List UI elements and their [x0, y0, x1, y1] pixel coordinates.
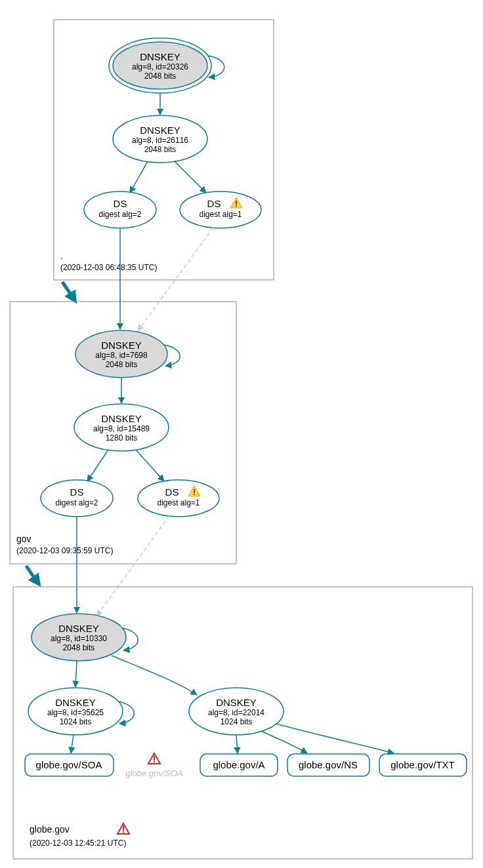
- gov-zsk-node: DNSKEY alg=8, id=15489 1280 bits: [74, 404, 169, 451]
- gov-ksk-node: DNSKEY alg=8, id=7698 2048 bits: [75, 330, 167, 378]
- svg-text:2048 bits: 2048 bits: [144, 145, 177, 154]
- error-icon: [148, 753, 160, 764]
- zone-root-label: .: [60, 250, 63, 261]
- svg-text:digest alg=1: digest alg=1: [199, 210, 242, 219]
- globe-zsk1-node: DNSKEY alg=8, id=35625 1024 bits: [28, 688, 123, 735]
- root-ds2-node: DS digest alg=1: [180, 191, 261, 228]
- zone-gov-label: gov: [16, 534, 32, 544]
- edge-root-ds2-to-gov-ksk: [138, 227, 213, 331]
- svg-text:alg=8, id=35625: alg=8, id=35625: [47, 708, 104, 717]
- rrset-ns: globe.gov/NS: [287, 754, 369, 776]
- rrset-soa: globe.gov/SOA: [25, 754, 114, 776]
- edge-gov-zsk-to-ds1: [87, 450, 108, 481]
- svg-text:globe.gov/A: globe.gov/A: [213, 759, 264, 770]
- dnssec-graph: . (2020-12-03 06:48:35 UTC) DNSKEY alg=8…: [0, 0, 483, 868]
- edge-zsk2-to-a: [236, 735, 238, 753]
- svg-text:alg=8, id=20326: alg=8, id=20326: [132, 62, 188, 71]
- edge-root-zsk-to-ds2: [175, 161, 206, 193]
- svg-text:1024 bits: 1024 bits: [60, 717, 92, 726]
- gov-ds1-node: DS digest alg=2: [41, 480, 113, 517]
- svg-text:digest alg=1: digest alg=1: [157, 498, 200, 507]
- edge-globe-ksk-to-zsk1: [75, 661, 77, 687]
- rrset-soa-bogus: globe.gov/SOA: [125, 753, 182, 778]
- edge-zsk1-to-soa: [71, 735, 74, 753]
- svg-text:alg=8, id=22014: alg=8, id=22014: [208, 708, 264, 717]
- svg-text:globe.gov/TXT: globe.gov/TXT: [390, 759, 455, 770]
- svg-text:DNSKEY: DNSKEY: [140, 51, 180, 62]
- edge-root-zsk-to-ds1: [130, 161, 148, 193]
- svg-text:DS: DS: [70, 486, 84, 498]
- edge-zsk2-to-txt: [276, 724, 394, 753]
- svg-text:2048 bits: 2048 bits: [106, 360, 138, 369]
- edge-gov-to-globe-zone: [26, 566, 39, 585]
- svg-text:alg=8, id=15489: alg=8, id=15489: [93, 424, 150, 433]
- root-ds1-node: DS digest alg=2: [84, 191, 156, 228]
- svg-text:DS: DS: [165, 486, 179, 498]
- root-zsk-node: DNSKEY alg=8, id=26116 2048 bits: [113, 115, 207, 163]
- edge-gov-zsk-to-ds2: [136, 450, 164, 481]
- edge-zsk2-to-ns: [261, 731, 307, 753]
- svg-text:globe.gov/NS: globe.gov/NS: [299, 759, 358, 770]
- svg-text:DNSKEY: DNSKEY: [55, 697, 96, 708]
- edge-globe-ksk-to-zsk2: [112, 656, 197, 695]
- svg-text:DS: DS: [207, 198, 221, 209]
- globe-ksk-node: DNSKEY alg=8, id=10330 2048 bits: [32, 614, 126, 661]
- zone-gov: gov (2020-12-03 09:35:59 UTC) DNSKEY alg…: [10, 302, 236, 564]
- zone-gov-time: (2020-12-03 09:35:59 UTC): [16, 546, 113, 555]
- svg-text:globe.gov/SOA: globe.gov/SOA: [125, 768, 182, 778]
- root-ksk-node: DNSKEY alg=8, id=20326 2048 bits: [109, 38, 211, 93]
- svg-text:DNSKEY: DNSKEY: [216, 697, 257, 708]
- svg-text:alg=8, id=7698: alg=8, id=7698: [95, 351, 148, 360]
- svg-text:1280 bits: 1280 bits: [106, 433, 138, 443]
- rrset-a: globe.gov/A: [200, 754, 278, 776]
- edge-gov-ds2-to-globe-ksk: [96, 516, 169, 616]
- svg-text:DNSKEY: DNSKEY: [58, 623, 99, 634]
- zone-root-time: (2020-12-03 06:48:35 UTC): [60, 263, 157, 272]
- svg-text:1024 bits: 1024 bits: [220, 717, 253, 726]
- svg-text:globe.gov/SOA: globe.gov/SOA: [36, 759, 102, 770]
- edge-root-to-gov-zone: [62, 282, 75, 302]
- zone-root: . (2020-12-03 06:48:35 UTC) DNSKEY alg=8…: [54, 20, 274, 280]
- svg-text:digest alg=2: digest alg=2: [98, 210, 141, 219]
- svg-text:2048 bits: 2048 bits: [63, 643, 95, 652]
- svg-text:alg=8, id=10330: alg=8, id=10330: [51, 634, 107, 643]
- svg-text:DS: DS: [114, 198, 127, 209]
- svg-text:digest alg=2: digest alg=2: [55, 498, 98, 507]
- svg-text:DNSKEY: DNSKEY: [101, 413, 142, 424]
- svg-text:2048 bits: 2048 bits: [144, 71, 177, 81]
- zone-globe-time: (2020-12-03 12:45:21 UTC): [30, 838, 126, 848]
- rrset-txt: globe.gov/TXT: [379, 754, 467, 776]
- error-icon: [117, 823, 129, 834]
- svg-text:DNSKEY: DNSKEY: [101, 340, 142, 351]
- zone-globe: globe.gov (2020-12-03 12:45:21 UTC) DNSK…: [13, 587, 472, 859]
- svg-text:DNSKEY: DNSKEY: [140, 125, 180, 136]
- zone-globe-label: globe.gov: [30, 824, 70, 835]
- globe-zsk2-node: DNSKEY alg=8, id=22014 1024 bits: [189, 688, 284, 735]
- gov-ds2-node: DS digest alg=1: [138, 480, 219, 517]
- svg-text:alg=8, id=26116: alg=8, id=26116: [132, 136, 188, 145]
